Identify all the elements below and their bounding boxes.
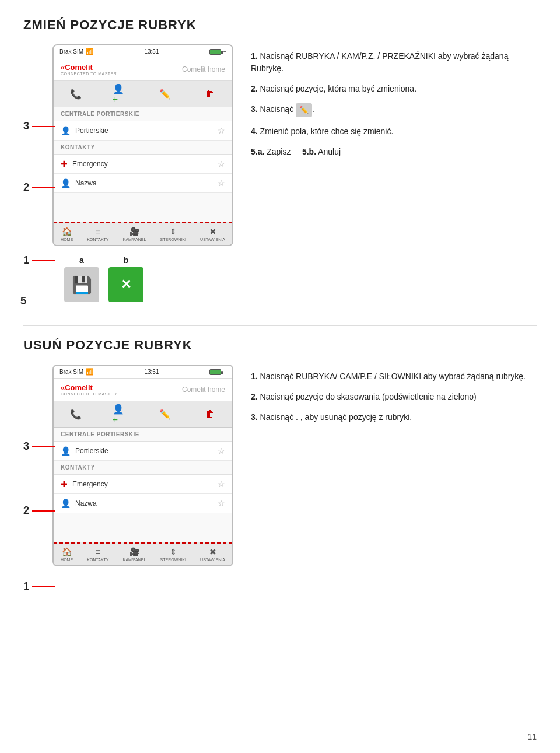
save-button[interactable]: 💾 — [64, 267, 99, 302]
emergency-item-2[interactable]: ✚ Emergency ☆ — [54, 475, 232, 494]
cancel-icon: ✕ — [121, 277, 131, 292]
instr-num-4: 4. — [251, 127, 258, 136]
trash-icon-2[interactable]: 🗑 — [202, 406, 218, 422]
nav-cam-2[interactable]: 🎥 KAM/PANEL — [123, 547, 146, 562]
charge-icon-2: + — [223, 369, 226, 375]
page-number: 11 — [527, 732, 537, 741]
time-display-2: 13:51 — [144, 369, 159, 375]
cam-nav-icon: 🎥 — [130, 227, 139, 236]
sterowniki-nav-icon-2: ⇕ — [170, 547, 177, 556]
phone-frame-2: Brak SIM 📶 13:51 + «Comelit CO — [52, 365, 233, 566]
nav-sterowniki-label: STEROWNIKI — [160, 237, 186, 241]
portierskie-star[interactable]: ☆ — [218, 126, 225, 135]
instr2-3: 3. Nacisnąć . , aby usunąć pozycję z rub… — [251, 411, 537, 423]
label-2: 2 — [23, 181, 29, 194]
phone-icon-2[interactable]: 📞 — [68, 406, 84, 422]
home-title-2: Comelit home — [182, 386, 225, 394]
kontakty-header-2: KONTAKTY — [54, 461, 232, 475]
status-bar-1: Brak SIM 📶 13:51 + — [54, 45, 232, 58]
home-nav-icon: 🏠 — [62, 227, 72, 236]
phone-icon[interactable]: 📞 — [68, 86, 84, 102]
label-2-s2: 2 — [23, 505, 29, 517]
emergency-label-2: Emergency — [72, 480, 108, 488]
sterowniki-nav-icon: ⇕ — [170, 227, 177, 236]
portierskie-star-2[interactable]: ☆ — [218, 446, 225, 456]
wifi-icon-2: 📶 — [86, 368, 94, 376]
instr2-num-3: 3. — [251, 412, 258, 422]
settings-nav-icon: ✖ — [209, 227, 216, 236]
nav-contacts[interactable]: ≡ KONTAKTY — [87, 227, 108, 241]
nav-cam[interactable]: 🎥 KAM/PANEL — [123, 227, 146, 241]
pencil-icon[interactable]: ✏️ — [157, 86, 173, 102]
portierskie-item-2[interactable]: 👤 Portierskie ☆ — [54, 442, 232, 461]
emergency-icon: ✚ — [61, 159, 68, 169]
section2-title: USUŃ POZYCJE RUBRYK — [23, 338, 537, 353]
instr-num-2: 2. — [251, 84, 258, 93]
nav-settings-label-2: USTAWIENIA — [200, 558, 225, 562]
trash-icon[interactable]: 🗑 — [202, 86, 218, 102]
pencil-icon-2[interactable]: ✏️ — [157, 406, 173, 422]
centrale-header: CENTRALE PORTIERSKIE — [54, 107, 232, 121]
instr2-1: 1. Nacisnąć RUBRYKA/ CAM/P.E / SIŁOWNIKI… — [251, 370, 537, 383]
nav-cam-label-2: KAM/PANEL — [123, 558, 146, 562]
nav-cam-label: KAM/PANEL — [123, 237, 146, 241]
portierskie-item[interactable]: 👤 Portierskie ☆ — [54, 121, 232, 141]
emergency-label: Emergency — [72, 160, 108, 168]
app-header-1: «Comelit CONNECTED TO MASTER Comelit hom… — [54, 58, 232, 81]
bottom-nav-1: 🏠 HOME ≡ KONTAKTY 🎥 KAM/PANEL ⇕ — [54, 222, 232, 245]
home-title: Comelit home — [182, 65, 225, 73]
instr2-2: 2. Nacisnąć pozycję do skasowania (podśw… — [251, 391, 537, 403]
portierskie-label: Portierskie — [75, 127, 108, 135]
instr-num-5b: 5.b. — [302, 147, 316, 156]
nav-settings-label: USTAWIENIA — [200, 237, 225, 241]
nav-home-2[interactable]: 🏠 HOME — [61, 547, 73, 562]
pencil-inline-icon: ✏️ — [296, 103, 312, 117]
instructions-2: 1. Nacisnąć RUBRYKA/ CAM/P.E / SIŁOWNIKI… — [251, 365, 537, 566]
nazwa-item[interactable]: 👤 Nazwa ☆ — [54, 174, 232, 193]
time-display: 13:51 — [144, 48, 159, 55]
phone-mockup-1: 3 2 1 5 Brak SIM — [23, 44, 233, 302]
instr2-num-2: 2. — [251, 392, 258, 401]
emergency-star-2[interactable]: ☆ — [218, 479, 225, 489]
nav-sterowniki-2[interactable]: ⇕ STEROWNIKI — [160, 547, 186, 562]
label-1: 1 — [23, 254, 29, 267]
label-1-s2: 1 — [23, 580, 29, 593]
nazwa-star[interactable]: ☆ — [218, 178, 225, 188]
label-3-s2: 3 — [23, 440, 29, 453]
nav-home[interactable]: 🏠 HOME — [61, 227, 73, 241]
centrale-header-2: CENTRALE PORTIERSKIE — [54, 428, 232, 442]
instr-num-1: 1. — [251, 51, 258, 61]
nazwa-star-2[interactable]: ☆ — [218, 499, 225, 508]
label-5: 5 — [20, 295, 26, 307]
nav-settings[interactable]: ✖ USTAWIENIA — [200, 227, 225, 241]
instr-num-5: 5.a. — [251, 147, 264, 156]
nazwa-item-2[interactable]: 👤 Nazwa ☆ — [54, 494, 232, 513]
nazwa-label-2: Nazwa — [75, 499, 97, 507]
nav-sterowniki[interactable]: ⇕ STEROWNIKI — [160, 227, 186, 241]
status-bar-2: Brak SIM 📶 13:51 + — [54, 366, 232, 379]
emergency-item[interactable]: ✚ Emergency ☆ — [54, 155, 232, 174]
instr-2: 2. Nacisnąć pozycję, która ma być zmieni… — [251, 83, 537, 95]
content-area-1: CENTRALE PORTIERSKIE 👤 Portierskie ☆ KON… — [54, 107, 232, 222]
nav-settings-2[interactable]: ✖ USTAWIENIA — [200, 547, 225, 562]
cam-nav-icon-2: 🎥 — [130, 547, 139, 556]
kontakty-header: KONTAKTY — [54, 141, 232, 155]
content-area-2: CENTRALE PORTIERSKIE 👤 Portierskie ☆ KON… — [54, 428, 232, 542]
battery-icon-2 — [209, 369, 221, 375]
emergency-star[interactable]: ☆ — [218, 159, 225, 169]
portierskie-label-2: Portierskie — [75, 447, 108, 455]
instr-5ab: 5.a. Zapisz 5.b. Anuluj — [251, 146, 537, 158]
step-b-label: b — [124, 255, 129, 265]
cancel-button[interactable]: ✕ — [108, 267, 144, 302]
phone-mockup-2: 3 2 1 Brak SIM 📶 — [23, 365, 233, 566]
nav-contacts-2[interactable]: ≡ KONTAKTY — [87, 547, 108, 562]
nazwa-icon-2: 👤 — [61, 499, 71, 508]
settings-nav-icon-2: ✖ — [209, 547, 216, 556]
instr-4: 4. Zmienić pola, które chce się zmienić. — [251, 125, 537, 138]
charge-icon: + — [223, 49, 226, 55]
section-divider — [23, 325, 537, 326]
add-contact-icon-2[interactable]: 👤+ — [113, 406, 129, 422]
wifi-icon: 📶 — [86, 48, 94, 55]
add-contact-icon[interactable]: 👤+ — [113, 86, 129, 102]
battery-icon — [209, 49, 221, 55]
